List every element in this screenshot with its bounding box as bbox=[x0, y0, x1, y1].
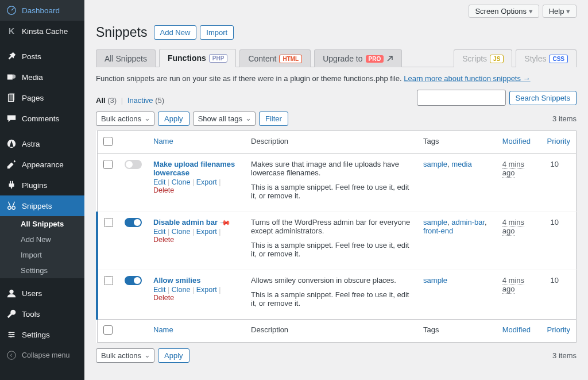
k-icon: K bbox=[6, 25, 17, 37]
col-priority[interactable]: Priority bbox=[547, 137, 570, 145]
snippet-title-link[interactable]: Make upload filenames lowercase bbox=[153, 160, 235, 177]
learn-more-link[interactable]: Learn more about function snippets → bbox=[404, 74, 530, 83]
row-checkbox[interactable] bbox=[104, 218, 113, 227]
menu-media[interactable]: Media bbox=[0, 67, 84, 87]
col-priority-foot[interactable]: Priority bbox=[547, 325, 570, 334]
tab-label: Styles bbox=[524, 54, 546, 63]
apply-button-top[interactable]: Apply bbox=[158, 112, 189, 126]
filter-all-label[interactable]: All bbox=[96, 96, 106, 105]
select-all-top[interactable] bbox=[103, 137, 113, 146]
snippet-title-link[interactable]: Disable admin bar bbox=[153, 218, 218, 227]
export-link[interactable]: Export bbox=[196, 228, 217, 236]
export-link[interactable]: Export bbox=[196, 178, 217, 186]
bulk-actions-select-bottom[interactable]: Bulk actions bbox=[96, 348, 154, 363]
modified-time: 4 mins ago bbox=[502, 160, 524, 178]
screen-options-button[interactable]: Screen Options bbox=[469, 5, 539, 18]
activate-toggle[interactable] bbox=[125, 276, 142, 285]
menu-settings[interactable]: Settings bbox=[0, 324, 84, 345]
menu-label: Snippets bbox=[22, 202, 52, 210]
search-input[interactable] bbox=[417, 90, 506, 106]
menu-dashboard[interactable]: Dashboard bbox=[0, 0, 84, 21]
clone-link[interactable]: Clone bbox=[172, 228, 191, 236]
menu-label: Tools bbox=[22, 310, 40, 318]
tag-link[interactable]: front-end bbox=[423, 227, 453, 235]
menu-pages[interactable]: Pages bbox=[0, 87, 84, 108]
submenu-add-new[interactable]: Add New bbox=[0, 232, 84, 247]
edit-link[interactable]: Edit bbox=[153, 178, 166, 186]
tag-link[interactable]: admin-bar bbox=[451, 218, 485, 227]
apply-button-bottom[interactable]: Apply bbox=[158, 348, 189, 363]
menu-comments[interactable]: Comments bbox=[0, 108, 84, 129]
col-description-foot: Description bbox=[245, 320, 417, 343]
table-row: Make upload filenames lowercase Edit | C… bbox=[97, 154, 577, 212]
tab-all-snippets[interactable]: All Snippets bbox=[96, 49, 156, 67]
tab-label: Upgrade to bbox=[323, 54, 362, 63]
select-all-bottom[interactable] bbox=[103, 325, 113, 335]
bulk-actions-select-top[interactable]: Bulk actions bbox=[96, 112, 154, 126]
edit-link[interactable]: Edit bbox=[153, 228, 166, 236]
menu-users[interactable]: Users bbox=[0, 283, 84, 304]
submenu-settings[interactable]: Settings bbox=[0, 263, 84, 278]
menu-tools[interactable]: Tools bbox=[0, 304, 84, 324]
tools-icon bbox=[6, 308, 17, 320]
page-title: Snippets bbox=[96, 25, 150, 40]
col-name[interactable]: Name bbox=[153, 137, 173, 145]
html-badge: HTML bbox=[279, 55, 302, 63]
collapse-menu[interactable]: Collapse menu bbox=[0, 345, 84, 366]
add-new-button[interactable]: Add New bbox=[154, 25, 197, 40]
tab-upgrade[interactable]: Upgrade to PRO bbox=[314, 49, 402, 67]
menu-plugins[interactable]: Plugins bbox=[0, 175, 84, 195]
tag-link[interactable]: media bbox=[451, 160, 471, 168]
delete-link[interactable]: Delete bbox=[153, 294, 174, 302]
row-checkbox[interactable] bbox=[104, 276, 113, 285]
description-text: Function snippets are run on your site a… bbox=[96, 74, 404, 83]
row-checkbox[interactable] bbox=[103, 160, 113, 169]
help-button[interactable]: Help bbox=[543, 5, 577, 18]
menu-appearance[interactable]: Appearance bbox=[0, 154, 84, 175]
submenu-all-snippets[interactable]: All Snippets bbox=[0, 216, 84, 232]
col-modified[interactable]: Modified bbox=[502, 137, 531, 145]
import-button[interactable]: Import bbox=[200, 25, 234, 40]
tag-link[interactable]: sample bbox=[423, 160, 447, 168]
col-modified-foot[interactable]: Modified bbox=[502, 325, 531, 334]
edit-link[interactable]: Edit bbox=[153, 286, 166, 294]
filter-inactive-link[interactable]: Inactive bbox=[127, 96, 153, 105]
tab-functions[interactable]: Functions PHP bbox=[159, 49, 236, 67]
menu-posts[interactable]: Posts bbox=[0, 46, 84, 67]
tab-styles[interactable]: Styles CSS bbox=[516, 49, 577, 67]
activate-toggle[interactable] bbox=[125, 218, 142, 227]
search-button[interactable]: Search Snippets bbox=[509, 91, 577, 105]
menu-label: Comments bbox=[22, 114, 59, 123]
bulk-row-top: Bulk actions Apply Show all tags Filter … bbox=[96, 112, 577, 126]
svg-point-8 bbox=[9, 290, 13, 294]
menu-label: Plugins bbox=[22, 181, 47, 190]
row-actions: Edit | Clone | Export | Delete bbox=[153, 178, 239, 194]
menu-label: Posts bbox=[22, 52, 41, 61]
tab-scripts[interactable]: Scripts JS bbox=[454, 49, 512, 67]
filter-row: All (3) | Inactive (5) Search Snippets bbox=[96, 90, 577, 106]
tag-link[interactable]: sample bbox=[423, 276, 447, 285]
submenu-import[interactable]: Import bbox=[0, 247, 84, 263]
delete-link[interactable]: Delete bbox=[153, 236, 174, 244]
filter-button[interactable]: Filter bbox=[259, 112, 288, 126]
tab-content[interactable]: Content HTML bbox=[239, 49, 311, 67]
snippets-submenu: All Snippets Add New Import Settings bbox=[0, 216, 84, 278]
col-tags: Tags bbox=[417, 131, 497, 154]
col-name-foot[interactable]: Name bbox=[153, 325, 173, 334]
delete-link[interactable]: Delete bbox=[153, 186, 174, 194]
export-link[interactable]: Export bbox=[196, 286, 217, 294]
menu-kinsta-cache[interactable]: K Kinsta Cache bbox=[0, 21, 84, 41]
clone-link[interactable]: Clone bbox=[172, 286, 191, 294]
snippet-title-link[interactable]: Allow smilies bbox=[153, 276, 200, 285]
tags-filter-select[interactable]: Show all tags bbox=[193, 112, 256, 126]
filter-inactive-count: (5) bbox=[155, 96, 164, 105]
astra-icon bbox=[6, 138, 17, 149]
menu-snippets[interactable]: Snippets bbox=[0, 195, 84, 216]
clone-link[interactable]: Clone bbox=[172, 178, 191, 186]
activate-toggle[interactable] bbox=[125, 160, 142, 169]
svg-point-9 bbox=[9, 332, 11, 333]
priority-value: 10 bbox=[541, 212, 577, 270]
menu-astra[interactable]: Astra bbox=[0, 133, 84, 154]
tag-link[interactable]: sample bbox=[423, 218, 447, 227]
menu-label: Users bbox=[22, 289, 42, 298]
